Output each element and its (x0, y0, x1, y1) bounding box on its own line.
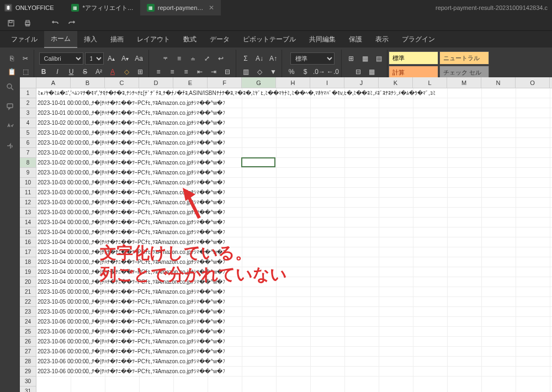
row-header-22[interactable]: 22 (20, 297, 36, 307)
menu-home[interactable]: ホーム (44, 31, 77, 48)
number-format-select[interactable]: 標準 (290, 52, 335, 65)
style-normal[interactable]: 標準 (389, 51, 438, 65)
sum-icon[interactable]: Σ (240, 52, 252, 65)
row-header-2[interactable]: 2 (20, 98, 36, 108)
col-header-P[interactable]: P (550, 77, 552, 88)
cell-row-26[interactable]: 2023-10-06 00:00:00,,ﾃ�|ﾃﾊﾃ�ﾃﾆ��ﾂｰPCﾁﾋ,ﾂ… (36, 337, 276, 346)
fill-icon[interactable]: ▥ (240, 66, 252, 78)
row-header-5[interactable]: 5 (20, 128, 36, 138)
row-header-14[interactable]: 14 (20, 218, 36, 227)
col-header-E[interactable]: E (173, 77, 208, 88)
increase-font-icon[interactable]: A▴ (105, 52, 118, 65)
cell-row-27[interactable]: 2023-10-06 00:00:00,,ﾃ�|ﾃﾊﾃ�ﾃﾆ��ﾂｰPCﾁﾋ,ﾂ… (36, 347, 276, 356)
cell-row-25[interactable]: 2023-10-06 00:00:00,,ﾃ�|ﾃﾊﾃ�ﾃﾆ��ﾂｰPCﾁﾋ,ﾂ… (36, 327, 276, 336)
col-header-N[interactable]: N (481, 77, 516, 88)
row-header-26[interactable]: 26 (20, 337, 36, 347)
merge-icon[interactable]: ⊟ (221, 66, 233, 78)
insert-cell-icon[interactable]: ⊞ (345, 52, 357, 65)
row-header-20[interactable]: 20 (20, 277, 36, 287)
row-header-31[interactable]: 31 (20, 386, 36, 392)
delete-cell-icon[interactable]: ⊟ (352, 66, 364, 78)
row-header-10[interactable]: 10 (20, 178, 36, 188)
dec-dec-icon[interactable]: ←.0 (327, 66, 339, 78)
col-header-H[interactable]: H (276, 77, 310, 88)
col-header-C[interactable]: C (105, 77, 139, 88)
menu-data[interactable]: データ (203, 31, 236, 47)
bold-icon[interactable]: B (38, 66, 50, 78)
align-center-icon[interactable]: ≡ (166, 66, 178, 78)
tab-1[interactable]: ▦ report-paymen… ✕ (140, 0, 221, 15)
close-icon[interactable]: ✕ (209, 4, 214, 12)
row-header-3[interactable]: 3 (20, 108, 36, 118)
row-header-19[interactable]: 19 (20, 267, 36, 277)
row-header-4[interactable]: 4 (20, 118, 36, 128)
align-middle-icon[interactable]: ≡ (173, 52, 185, 65)
cell-row-19[interactable]: 2023-10-04 00:00:00,,ﾃ�|ﾃﾊﾃ�ﾃﾆ��ﾂｰPCﾁﾋ,ﾂ… (36, 267, 276, 277)
cell-row-4[interactable]: 2023-10-02 00:00:00,,ﾃ�|ﾃﾊﾃ�ﾃﾆ��ﾂｰPCﾁﾋ,ﾂ… (36, 118, 276, 128)
format-icon[interactable]: ▦ (366, 66, 378, 78)
cell-row-16[interactable]: 2023-10-04 00:00:00,,ﾃ�|ﾃﾊﾃ�ﾃﾆ��ﾂｰPCﾁﾋ,ﾂ… (36, 237, 276, 247)
save-icon[interactable] (7, 19, 15, 28)
row-header-8[interactable]: 8 (20, 158, 36, 168)
font-select[interactable]: Calibri (39, 52, 83, 65)
cell-row-9[interactable]: 2023-10-03 00:00:00,,ﾃ�|ﾃﾊﾃ�ﾃﾆ��ﾂｰPCﾁﾋ,ﾂ… (36, 168, 276, 177)
cell-row-20[interactable]: 2023-10-04 00:00:00,,ﾃ�|ﾃﾊﾃ�ﾃﾆ��ﾂｰPCﾁﾋ,ﾂ… (36, 277, 276, 287)
copy-icon[interactable]: ⎘ (6, 52, 18, 65)
cell-row-23[interactable]: 2023-10-05 00:00:00,,ﾃ�|ﾃﾊﾃ�ﾃﾆ��ﾂｰPCﾁﾋ,ﾂ… (36, 307, 276, 316)
cell-row-1[interactable]: ﾐｮﾉﾔ�ﾐﾑ�ﾆ','ﾍﾑﾝﾏﾃ�ﾓﾏ','ﾃﾓﾃ�ﾃ�ﾖ,ﾃｼﾃﾍﾃﾋ[ﾅﾞ… (36, 88, 552, 98)
spreadsheet-grid[interactable]: ABCDEFGHIJKLMNOP 12345678910111213141516… (20, 77, 552, 392)
row-header-23[interactable]: 23 (20, 307, 36, 317)
select-icon[interactable]: ⬚ (19, 66, 31, 78)
cell-row-18[interactable]: 2023-10-04 00:00:00,,ﾃ�|ﾃﾊﾃ�ﾃﾆ��ﾂｰPCﾁﾋ,ﾂ… (36, 257, 276, 267)
tab-0[interactable]: ▦ *アフィリエイト… (65, 0, 140, 15)
col-header-M[interactable]: M (447, 77, 481, 88)
col-header-L[interactable]: L (413, 77, 447, 88)
cell-row-3[interactable]: 2023-10-01 00:00:00,,ﾃ�|ﾃﾊﾃ�ﾃﾆ��ﾂｰPCﾁﾋ,ﾂ… (36, 108, 276, 118)
super-sub-icon[interactable]: A² (93, 66, 105, 78)
row-header-24[interactable]: 24 (20, 317, 36, 327)
border-icon[interactable]: ⊞ (134, 66, 146, 78)
row-header-28[interactable]: 28 (20, 357, 36, 367)
table-icon[interactable]: ▤ (373, 52, 385, 65)
indent-inc-icon[interactable]: ⇥ (208, 66, 220, 78)
change-case-icon[interactable]: Aa (133, 52, 145, 65)
cell-row-21[interactable]: 2023-10-05 00:00:00,,ﾃ�|ﾃﾊﾃ�ﾃﾆ��ﾂｰPCﾁﾋ,ﾂ… (36, 287, 276, 296)
cell-row-11[interactable]: 2023-10-03 00:00:00,,ﾃ�|ﾃﾊﾃ�ﾃﾆ��ﾂｰPCﾁﾋ,ﾂ… (36, 188, 276, 197)
col-header-J[interactable]: J (344, 77, 379, 88)
decrease-font-icon[interactable]: A▾ (119, 52, 131, 65)
row-header-1[interactable]: 1 (20, 88, 36, 98)
row-header-16[interactable]: 16 (20, 237, 36, 247)
menu-protect[interactable]: 保護 (342, 31, 369, 47)
col-header-I[interactable]: I (310, 77, 344, 88)
fill-color-icon[interactable]: ◇ (120, 66, 132, 78)
align-bottom-icon[interactable]: ⫨ (187, 52, 199, 65)
filter-icon[interactable]: ▼ (267, 66, 279, 78)
cell-row-7[interactable]: 2023-10-02 00:00:00,,ﾃ�|ﾃﾊﾃ�ﾃﾆ��ﾂｰPCﾁﾋ,ﾂ… (36, 148, 276, 157)
cell-row-29[interactable]: 2023-10-06 00:00:00,,ﾃ�|ﾃﾊﾃ�ﾃﾆ��ﾂｰPCﾁﾋ,ﾂ… (36, 367, 276, 376)
row-header-11[interactable]: 11 (20, 188, 36, 198)
col-header-B[interactable]: B (71, 77, 105, 88)
row-header-17[interactable]: 17 (20, 247, 36, 257)
menu-file[interactable]: ファイル (4, 31, 44, 47)
italic-icon[interactable]: I (51, 66, 63, 78)
row-header-15[interactable]: 15 (20, 227, 36, 237)
menu-view[interactable]: 表示 (369, 31, 395, 47)
underline-icon[interactable]: U (65, 66, 77, 78)
cell-row-8[interactable]: 2023-10-02 00:00:00,,ﾃ�|ﾃﾊﾃ�ﾃﾆ��ﾂｰPCﾁﾋ,ﾂ… (36, 158, 276, 167)
select-all-corner[interactable] (20, 77, 36, 88)
font-size-select[interactable]: 11 (85, 52, 104, 65)
cell-row-17[interactable]: 2023-10-04 00:00:00,,ﾃ�|ﾃﾊﾃ�ﾃﾆ��ﾂｰPCﾁﾋ,ﾂ… (36, 247, 276, 257)
row-header-12[interactable]: 12 (20, 198, 36, 208)
align-right-icon[interactable]: ≡ (180, 66, 192, 78)
font-color-icon[interactable]: A (107, 66, 119, 78)
cell-row-5[interactable]: 2023-10-02 00:00:00,,ﾃ�|ﾃﾊﾃ�ﾃﾆ��ﾂｰPCﾁﾋ,ﾂ… (36, 128, 276, 137)
cell-row-13[interactable]: 2023-10-03 00:00:00,,ﾃ�|ﾃﾊﾃ�ﾃﾆ��ﾂｰPCﾁﾋ,ﾂ… (36, 208, 276, 217)
menu-plugins[interactable]: プラグイン (395, 31, 442, 47)
align-left-icon[interactable]: ≡ (152, 66, 164, 78)
row-header-7[interactable]: 7 (20, 148, 36, 158)
cell-row-6[interactable]: 2023-10-02 00:00:00,,ﾃ�|ﾃﾊﾃ�ﾃﾆ��ﾂｰPCﾁﾋ,ﾂ… (36, 138, 276, 147)
col-header-D[interactable]: D (139, 77, 173, 88)
row-header-18[interactable]: 18 (20, 257, 36, 267)
comment-icon[interactable] (5, 102, 15, 112)
cell-row-28[interactable]: 2023-10-06 00:00:00,,ﾃ�|ﾃﾊﾃ�ﾃﾆ��ﾂｰPCﾁﾋ,ﾂ… (36, 357, 276, 366)
